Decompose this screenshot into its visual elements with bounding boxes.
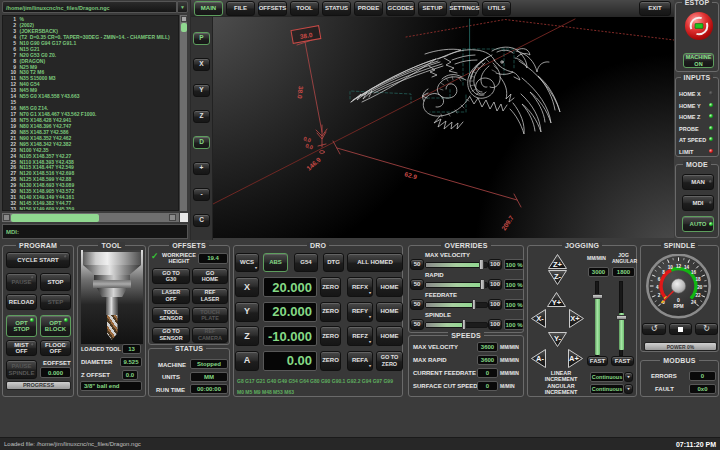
svg-text:4: 4 — [656, 285, 659, 290]
svg-text:38.0: 38.0 — [296, 86, 305, 100]
svg-text:X+: X+ — [570, 314, 580, 323]
svg-text:18: 18 — [696, 276, 702, 281]
svg-text:62.9: 62.9 — [404, 170, 418, 180]
svg-text:Z+: Z+ — [553, 260, 563, 269]
svg-text:6: 6 — [658, 276, 661, 281]
svg-text:A+: A+ — [569, 354, 579, 363]
svg-text:2: 2 — [658, 293, 661, 298]
svg-text:16: 16 — [691, 270, 697, 275]
svg-text:10: 10 — [668, 265, 674, 270]
svg-text:20: 20 — [697, 285, 703, 290]
svg-text:8: 8 — [662, 270, 665, 275]
svg-text:Y-: Y- — [554, 334, 562, 343]
svg-text:0: 0 — [677, 296, 680, 302]
svg-text:22: 22 — [696, 293, 702, 298]
svg-text:X-: X- — [536, 314, 544, 323]
svg-text:0.0: 0.0 — [305, 142, 314, 150]
svg-text:RPM: RPM — [673, 303, 683, 308]
svg-text:Y+: Y+ — [552, 298, 562, 307]
svg-text:12: 12 — [676, 263, 682, 268]
svg-text:A-: A- — [536, 354, 544, 363]
svg-text:24: 24 — [691, 299, 697, 304]
svg-text:209.7: 209.7 — [500, 214, 515, 232]
svg-text:146.9: 146.9 — [305, 156, 322, 172]
svg-text:14: 14 — [684, 265, 690, 270]
svg-text:Z-: Z- — [554, 272, 562, 281]
